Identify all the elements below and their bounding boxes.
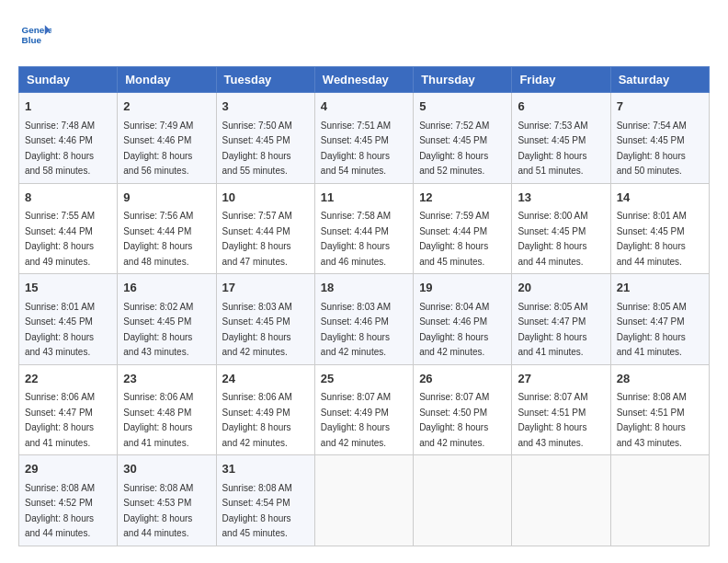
- calendar-week-row: 29 Sunrise: 8:08 AMSunset: 4:52 PMDaylig…: [19, 455, 710, 546]
- calendar-cell: 14 Sunrise: 8:01 AMSunset: 4:45 PMDaylig…: [610, 183, 709, 274]
- day-number: 14: [617, 189, 703, 207]
- calendar-week-row: 15 Sunrise: 8:01 AMSunset: 4:45 PMDaylig…: [19, 274, 710, 365]
- calendar-table: SundayMondayTuesdayWednesdayThursdayFrid…: [18, 66, 710, 546]
- day-number: 17: [222, 279, 309, 297]
- calendar-header-tuesday: Tuesday: [216, 67, 314, 93]
- day-info: Sunrise: 7:49 AMSunset: 4:46 PMDaylight:…: [123, 121, 193, 177]
- day-number: 15: [25, 279, 111, 297]
- day-info: Sunrise: 8:07 AMSunset: 4:51 PMDaylight:…: [518, 392, 587, 448]
- calendar-week-row: 8 Sunrise: 7:55 AMSunset: 4:44 PMDayligh…: [19, 183, 710, 274]
- calendar-cell: 1 Sunrise: 7:48 AMSunset: 4:46 PMDayligh…: [19, 93, 118, 184]
- day-number: 13: [518, 189, 604, 207]
- day-info: Sunrise: 7:53 AMSunset: 4:45 PMDaylight:…: [518, 121, 587, 177]
- calendar-header-saturday: Saturday: [610, 67, 709, 93]
- day-number: 19: [419, 279, 506, 297]
- calendar-cell: 19 Sunrise: 8:04 AMSunset: 4:46 PMDaylig…: [414, 274, 512, 365]
- day-number: 9: [123, 189, 210, 207]
- calendar-cell: 11 Sunrise: 7:58 AMSunset: 4:44 PMDaylig…: [314, 183, 413, 274]
- calendar-cell: 18 Sunrise: 8:03 AMSunset: 4:46 PMDaylig…: [314, 274, 413, 365]
- calendar-cell: 8 Sunrise: 7:55 AMSunset: 4:44 PMDayligh…: [19, 183, 118, 274]
- day-number: 29: [25, 460, 111, 478]
- day-number: 11: [321, 189, 407, 207]
- day-number: 16: [123, 279, 210, 297]
- day-number: 22: [25, 370, 111, 388]
- day-number: 3: [222, 98, 309, 116]
- day-number: 28: [617, 370, 703, 388]
- day-number: 6: [518, 98, 604, 116]
- day-info: Sunrise: 7:51 AMSunset: 4:45 PMDaylight:…: [321, 121, 391, 177]
- calendar-cell: 31 Sunrise: 8:08 AMSunset: 4:54 PMDaylig…: [216, 455, 314, 546]
- day-info: Sunrise: 8:03 AMSunset: 4:46 PMDaylight:…: [321, 302, 391, 358]
- calendar-cell: 9 Sunrise: 7:56 AMSunset: 4:44 PMDayligh…: [118, 183, 216, 274]
- day-number: 27: [518, 370, 604, 388]
- calendar-header-friday: Friday: [512, 67, 610, 93]
- day-number: 21: [617, 279, 703, 297]
- calendar-cell: 3 Sunrise: 7:50 AMSunset: 4:45 PMDayligh…: [216, 93, 314, 184]
- day-number: 2: [123, 98, 210, 116]
- page-header: General Blue: [18, 18, 710, 52]
- calendar-cell: [512, 455, 610, 546]
- day-info: Sunrise: 7:48 AMSunset: 4:46 PMDaylight:…: [25, 121, 95, 177]
- day-info: Sunrise: 7:55 AMSunset: 4:44 PMDaylight:…: [25, 211, 95, 267]
- calendar-cell: 22 Sunrise: 8:06 AMSunset: 4:47 PMDaylig…: [19, 364, 118, 455]
- day-info: Sunrise: 8:08 AMSunset: 4:51 PMDaylight:…: [617, 392, 687, 448]
- calendar-cell: [314, 455, 413, 546]
- calendar-header-thursday: Thursday: [414, 67, 512, 93]
- day-info: Sunrise: 8:06 AMSunset: 4:48 PMDaylight:…: [123, 392, 193, 448]
- day-number: 18: [321, 279, 407, 297]
- day-number: 26: [419, 370, 506, 388]
- day-number: 20: [518, 279, 604, 297]
- calendar-header-wednesday: Wednesday: [314, 67, 413, 93]
- calendar-cell: 20 Sunrise: 8:05 AMSunset: 4:47 PMDaylig…: [512, 274, 610, 365]
- day-info: Sunrise: 8:07 AMSunset: 4:50 PMDaylight:…: [419, 392, 489, 448]
- day-info: Sunrise: 8:03 AMSunset: 4:45 PMDaylight:…: [222, 302, 292, 358]
- calendar-header-monday: Monday: [118, 67, 216, 93]
- day-info: Sunrise: 7:52 AMSunset: 4:45 PMDaylight:…: [419, 121, 489, 177]
- calendar-week-row: 1 Sunrise: 7:48 AMSunset: 4:46 PMDayligh…: [19, 93, 710, 184]
- svg-text:Blue: Blue: [22, 35, 42, 45]
- day-number: 31: [222, 460, 309, 478]
- calendar-cell: 17 Sunrise: 8:03 AMSunset: 4:45 PMDaylig…: [216, 274, 314, 365]
- day-info: Sunrise: 7:59 AMSunset: 4:44 PMDaylight:…: [419, 211, 489, 267]
- calendar-cell: 7 Sunrise: 7:54 AMSunset: 4:45 PMDayligh…: [610, 93, 709, 184]
- calendar-cell: 28 Sunrise: 8:08 AMSunset: 4:51 PMDaylig…: [610, 364, 709, 455]
- day-number: 23: [123, 370, 210, 388]
- day-number: 8: [25, 189, 111, 207]
- calendar-cell: 25 Sunrise: 8:07 AMSunset: 4:49 PMDaylig…: [314, 364, 413, 455]
- day-info: Sunrise: 8:08 AMSunset: 4:53 PMDaylight:…: [123, 483, 193, 539]
- logo-icon: General Blue: [18, 18, 51, 52]
- calendar-cell: 26 Sunrise: 8:07 AMSunset: 4:50 PMDaylig…: [414, 364, 512, 455]
- day-info: Sunrise: 7:57 AMSunset: 4:44 PMDaylight:…: [222, 211, 292, 267]
- day-number: 7: [617, 98, 703, 116]
- day-info: Sunrise: 8:01 AMSunset: 4:45 PMDaylight:…: [617, 211, 687, 267]
- day-info: Sunrise: 8:07 AMSunset: 4:49 PMDaylight:…: [321, 392, 391, 448]
- calendar-cell: 2 Sunrise: 7:49 AMSunset: 4:46 PMDayligh…: [118, 93, 216, 184]
- day-info: Sunrise: 8:05 AMSunset: 4:47 PMDaylight:…: [617, 302, 687, 358]
- calendar-week-row: 22 Sunrise: 8:06 AMSunset: 4:47 PMDaylig…: [19, 364, 710, 455]
- calendar-cell: 4 Sunrise: 7:51 AMSunset: 4:45 PMDayligh…: [314, 93, 413, 184]
- day-info: Sunrise: 7:50 AMSunset: 4:45 PMDaylight:…: [222, 121, 292, 177]
- calendar-cell: 5 Sunrise: 7:52 AMSunset: 4:45 PMDayligh…: [414, 93, 512, 184]
- day-info: Sunrise: 8:01 AMSunset: 4:45 PMDaylight:…: [25, 302, 95, 358]
- day-number: 12: [419, 189, 506, 207]
- day-number: 5: [419, 98, 506, 116]
- day-info: Sunrise: 8:00 AMSunset: 4:45 PMDaylight:…: [518, 211, 587, 267]
- day-number: 24: [222, 370, 309, 388]
- day-info: Sunrise: 7:56 AMSunset: 4:44 PMDaylight:…: [123, 211, 193, 267]
- day-info: Sunrise: 8:08 AMSunset: 4:54 PMDaylight:…: [222, 483, 292, 539]
- day-number: 1: [25, 98, 111, 116]
- calendar-cell: 13 Sunrise: 8:00 AMSunset: 4:45 PMDaylig…: [512, 183, 610, 274]
- calendar-cell: [610, 455, 709, 546]
- calendar-cell: 15 Sunrise: 8:01 AMSunset: 4:45 PMDaylig…: [19, 274, 118, 365]
- logo: General Blue: [18, 18, 55, 52]
- calendar-cell: 23 Sunrise: 8:06 AMSunset: 4:48 PMDaylig…: [118, 364, 216, 455]
- day-number: 30: [123, 460, 210, 478]
- calendar-cell: 24 Sunrise: 8:06 AMSunset: 4:49 PMDaylig…: [216, 364, 314, 455]
- day-info: Sunrise: 8:04 AMSunset: 4:46 PMDaylight:…: [419, 302, 489, 358]
- calendar-cell: [414, 455, 512, 546]
- calendar-cell: 21 Sunrise: 8:05 AMSunset: 4:47 PMDaylig…: [610, 274, 709, 365]
- day-info: Sunrise: 8:02 AMSunset: 4:45 PMDaylight:…: [123, 302, 193, 358]
- calendar-cell: 27 Sunrise: 8:07 AMSunset: 4:51 PMDaylig…: [512, 364, 610, 455]
- calendar-header-row: SundayMondayTuesdayWednesdayThursdayFrid…: [19, 67, 710, 93]
- day-number: 4: [321, 98, 407, 116]
